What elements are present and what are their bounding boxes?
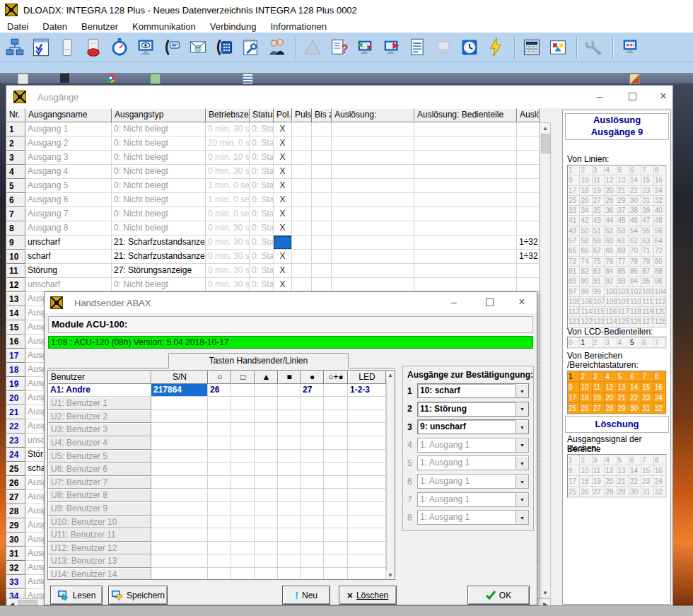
picture-icon[interactable] <box>546 35 570 59</box>
handsender-column-1[interactable]: Benutzer <box>48 371 151 384</box>
grid-cell-82[interactable]: 82 <box>580 267 592 277</box>
cell[interactable] <box>414 221 517 236</box>
grid-cell-16[interactable]: 16 <box>654 382 666 393</box>
cell[interactable]: U3: Benutzer 3 <box>48 423 151 436</box>
cell[interactable] <box>301 554 324 568</box>
cell[interactable] <box>312 136 332 151</box>
grid-cell-37[interactable]: 37 <box>617 206 629 216</box>
grid-cell-20[interactable]: 20 <box>605 476 617 487</box>
dialog-titlebar[interactable]: Handsender ABAX – × <box>45 292 537 313</box>
cell[interactable]: 0: Nicht belegt <box>112 207 206 221</box>
cell[interactable] <box>231 568 255 580</box>
scroll-thumb[interactable] <box>541 134 551 153</box>
grid-cell-119[interactable]: 119 <box>641 307 653 317</box>
column-header-3[interactable]: Ausgangstyp <box>112 108 206 122</box>
cell[interactable] <box>278 384 301 397</box>
grid-cell-7[interactable]: 7 <box>641 455 653 465</box>
cell[interactable] <box>517 207 540 221</box>
grid-cell-9[interactable]: 9 <box>568 382 580 393</box>
lightning-icon[interactable] <box>484 35 508 59</box>
cell[interactable]: U14: Benutzer 14 <box>48 568 151 580</box>
grid-cell-16[interactable]: 16 <box>654 175 666 185</box>
grid-cell-122[interactable]: 122 <box>580 317 592 327</box>
grid-cell-11[interactable]: 11 <box>593 175 605 185</box>
cell[interactable] <box>414 250 517 264</box>
grid-cell-101[interactable]: 101 <box>617 287 629 297</box>
cell[interactable] <box>255 384 278 397</box>
grid-cell-30[interactable]: 30 <box>629 196 641 206</box>
cell[interactable]: 0: Nicht belegt <box>112 193 206 207</box>
grid-cell-66[interactable]: 66 <box>580 246 592 256</box>
cell[interactable]: 0 min. 10 sek. <box>206 151 250 165</box>
grid-cell-7[interactable]: 7 <box>641 165 653 175</box>
cell[interactable] <box>208 436 231 450</box>
cell[interactable] <box>208 502 231 516</box>
cell[interactable] <box>517 136 540 151</box>
grid-cell-31[interactable]: 31 <box>641 487 653 497</box>
cell[interactable] <box>151 542 208 555</box>
grid-cell-35[interactable]: 35 <box>593 206 605 216</box>
cell[interactable]: A1: Andre <box>48 384 151 397</box>
grid-cell-57[interactable]: 57 <box>568 236 580 246</box>
cell[interactable]: Ausgang 5 <box>25 179 112 193</box>
cell[interactable] <box>332 151 414 165</box>
grid-cell-3[interactable]: 3 <box>593 165 605 175</box>
grid-cell-4[interactable]: 4 <box>605 165 617 175</box>
grid-cell-30[interactable]: 30 <box>629 487 641 497</box>
cell[interactable] <box>278 397 301 410</box>
grid-cell-31[interactable]: 31 <box>641 403 653 414</box>
grid-cell-58[interactable]: 58 <box>580 236 592 246</box>
grid-cell-4[interactable]: 4 <box>617 337 629 348</box>
cell[interactable] <box>151 423 208 436</box>
grid-cell-26[interactable]: 26 <box>580 196 592 206</box>
cell[interactable]: 0 min. 30 sek. <box>206 250 250 264</box>
handsender-column-5[interactable]: ▲ <box>255 371 278 384</box>
grid-cell-97[interactable]: 97 <box>568 287 580 297</box>
grid-cell-69[interactable]: 69 <box>617 246 629 256</box>
grid-cell-25[interactable]: 25 <box>568 196 580 206</box>
grid-cell-111[interactable]: 111 <box>641 297 653 307</box>
table-row[interactable]: 3Ausgang 30: Nicht belegt0 min. 10 sek.0… <box>6 151 540 165</box>
cell[interactable]: U2: Benutzer 2 <box>48 410 151 424</box>
grid-cell-123[interactable]: 123 <box>593 317 605 327</box>
cell[interactable] <box>312 278 332 292</box>
phone-keypad-icon[interactable] <box>212 35 236 59</box>
cell[interactable] <box>255 568 278 580</box>
cell[interactable] <box>151 410 208 424</box>
menu-item-verbindung[interactable]: Verbindung <box>203 21 264 32</box>
cell[interactable] <box>231 397 255 410</box>
chevron-down-icon[interactable]: ▼ <box>516 475 528 488</box>
cell[interactable]: 1 min. 0 sek. <box>206 193 250 207</box>
grid-cell-21[interactable]: 21 <box>617 476 629 487</box>
cell[interactable]: U10: Benutzer 10 <box>48 516 151 529</box>
outputs-vertical-scrollbar[interactable]: ▲ ▼ <box>540 122 551 598</box>
cell[interactable] <box>151 476 208 489</box>
table-row[interactable]: 4Ausgang 40: Nicht belegt0 min. 30 sek.0… <box>6 165 540 179</box>
grid-cell-87[interactable]: 87 <box>641 267 653 277</box>
chevron-down-icon[interactable]: ▼ <box>516 384 528 397</box>
handsender-user-row[interactable]: U12: Benutzer 12 <box>48 542 395 555</box>
cell[interactable] <box>517 165 540 179</box>
cell[interactable] <box>348 397 386 410</box>
cell[interactable] <box>301 528 324 542</box>
cell[interactable] <box>292 151 312 165</box>
timer-icon[interactable] <box>107 35 132 59</box>
cell[interactable]: 0: Star <box>250 193 274 207</box>
handsender-user-row[interactable]: U13: Benutzer 13 <box>48 554 395 568</box>
grid-cell-22[interactable]: 22 <box>629 186 641 196</box>
cell[interactable] <box>292 264 312 278</box>
grid-cell-20[interactable]: 20 <box>605 186 617 196</box>
cell[interactable] <box>324 528 348 542</box>
cell[interactable] <box>231 476 255 489</box>
cell[interactable] <box>301 397 324 410</box>
grid-cell-29[interactable]: 29 <box>617 487 629 497</box>
cell[interactable] <box>301 436 324 450</box>
handsender-column-3[interactable]: ○ <box>208 371 231 384</box>
cell[interactable] <box>292 122 312 136</box>
cell[interactable]: 0 min. 30 sek. <box>206 221 250 236</box>
triangle-icon[interactable] <box>301 35 325 59</box>
cell[interactable] <box>301 542 324 555</box>
column-header-9[interactable]: Auslösung: <box>332 108 414 122</box>
cell[interactable] <box>348 489 386 502</box>
table-row[interactable]: 6Ausgang 60: Nicht belegt1 min. 0 sek.0:… <box>6 193 540 207</box>
